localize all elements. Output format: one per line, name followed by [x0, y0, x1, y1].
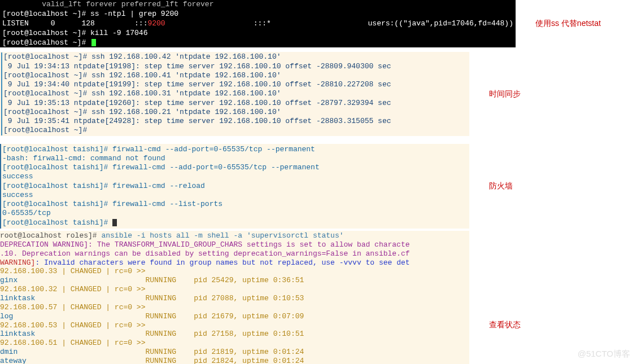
terminal-firewall: [root@localhost taishi]# firwall-cmd --a… [0, 144, 469, 229]
deprecation-warning: .10. Deprecation warnings can be disable… [0, 249, 469, 258]
term-line: [root@localhost ~]# ss -ntpl | grep 9200 [2, 10, 513, 19]
term-line: valid_lft forever preferred_lft forever [2, 0, 513, 10]
note-ss: 使用ss 代替netstat [535, 19, 601, 29]
note-fw: 防火墙 [489, 181, 513, 191]
ansible-process-row: ginx RUNNING pid 25429, uptime 0:36:51 [0, 276, 469, 285]
ansible-process-row: linktask RUNNING pid 27088, uptime 0:10:… [0, 294, 469, 303]
note-ansible: 查看状态 [489, 320, 521, 330]
terminal-ss: valid_lft forever preferred_lft forever … [0, 0, 516, 47]
ansible-process-row: dmin RUNNING pid 21819, uptime 0:01:24 [0, 348, 469, 357]
terminal-ansible: root@localhost roles]# ansible -i hosts … [0, 231, 469, 364]
term-line: [root@localhost taishi]# firewall-cmd --… [2, 163, 468, 172]
term-line: success [2, 172, 468, 181]
ansible-host-line: 92.168.100.33 | CHANGED | rc=0 >> [0, 267, 469, 276]
ansible-host-line: 92.168.100.51 | CHANGED | rc=0 >> [0, 339, 469, 348]
term-line: [root@localhost ~]# ssh 192.168.100.21 '… [1, 108, 468, 117]
deprecation-warning: DEPRECATION WARNING]: The TRANSFORM_INVA… [0, 240, 469, 249]
term-line: -bash: firwall-cmd: command not found [2, 154, 468, 163]
term-line: [root@localhost taishi]# firwall-cmd --a… [2, 145, 468, 154]
note-ntp: 时间同步 [489, 89, 521, 99]
term-line: LISTEN 0 128 :::9200 :::* users:(("java"… [2, 19, 513, 29]
term-line: [root@localhost taishi]# firewall-cmd --… [2, 182, 468, 191]
term-line: [root@localhost ~]# ssh 192.168.100.31 '… [1, 89, 468, 98]
term-line: success [2, 191, 468, 200]
term-line: [root@localhost ~]# [2, 38, 513, 48]
ansible-host-line: 92.168.100.57 | CHANGED | rc=0 >> [0, 303, 469, 312]
term-line: [root@localhost taishi]# [2, 218, 468, 227]
ansible-process-row: log RUNNING pid 21679, uptime 0:07:09 [0, 312, 469, 321]
ansible-process-row: linktask RUNNING pid 27158, uptime 0:10:… [0, 330, 469, 339]
ansible-host-line: 92.168.100.32 | CHANGED | rc=0 >> [0, 285, 469, 294]
term-line: [root@localhost ~]# [1, 126, 468, 135]
term-line: 0-65535/tcp [2, 209, 468, 218]
warning-line: WARNING]: Invalid characters were found … [0, 258, 469, 267]
term-line: [root@localhost taishi]# firewall-cmd --… [2, 200, 468, 209]
term-line: 9 Jul 19:35:13 ntpdate[19260]: step time… [1, 99, 468, 108]
term-line: [root@localhost ~]# ssh 192.168.100.41 '… [1, 71, 468, 80]
term-line: 9 Jul 19:35:41 ntpdate[24928]: step time… [1, 117, 468, 126]
term-line: 9 Jul 19:34:13 ntpdate[19198]: step time… [1, 62, 468, 71]
term-line: 9 Jul 19:34:40 ntpdate[19199]: step time… [1, 80, 468, 89]
ansible-command: root@localhost roles]# ansible -i hosts … [0, 231, 469, 240]
term-line: [root@localhost ~]# kill -9 17046 [2, 29, 513, 38]
term-line: [root@localhost ~]# ssh 192.168.100.42 '… [1, 52, 468, 62]
ansible-host-line: 92.168.100.53 | CHANGED | rc=0 >> [0, 321, 469, 330]
cursor-icon [91, 39, 96, 46]
terminal-ntp: [root@localhost ~]# ssh 192.168.100.42 '… [0, 52, 469, 135]
ansible-process-row: ateway RUNNING pid 21824, uptime 0:01:24 [0, 357, 469, 364]
